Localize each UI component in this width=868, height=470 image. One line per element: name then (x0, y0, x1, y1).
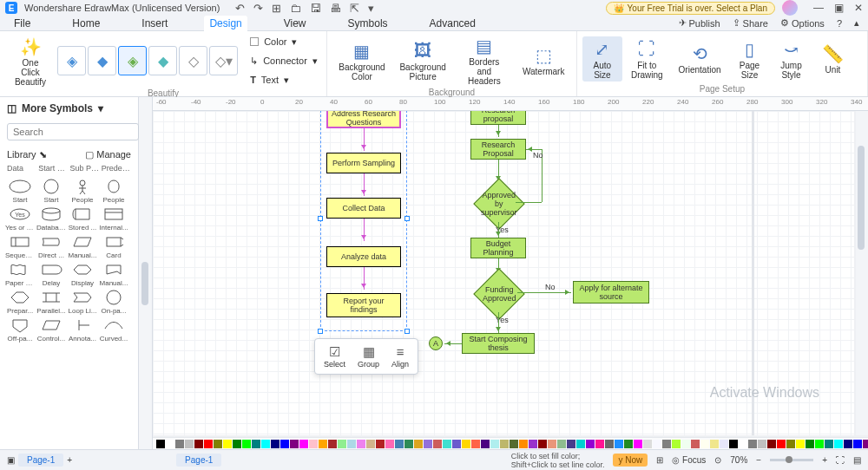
node-alternate-source[interactable]: Apply for alternate source (573, 281, 649, 304)
color-swatch[interactable] (452, 440, 461, 448)
color-swatch[interactable] (624, 440, 633, 448)
node-perform-sampling[interactable]: Perform Sampling (326, 153, 401, 173)
shape-card[interactable]: Card (99, 233, 128, 259)
color-swatch[interactable] (615, 440, 623, 448)
node-budget-planning[interactable]: Budget Planning (470, 238, 526, 258)
color-swatch[interactable] (576, 440, 585, 448)
pages-icon[interactable]: ▣ (7, 455, 15, 465)
manage-button[interactable]: ▢ Manage (85, 149, 131, 160)
color-swatch[interactable] (490, 440, 499, 448)
close-icon[interactable]: ✕ (854, 2, 863, 14)
color-swatch[interactable] (605, 440, 614, 448)
shape-curved-[interactable]: Curved... (99, 317, 128, 343)
color-swatch[interactable] (700, 440, 709, 448)
menu-advanced[interactable]: Advanced (424, 16, 481, 31)
color-swatch[interactable] (395, 440, 404, 448)
color-swatch[interactable] (662, 440, 671, 448)
color-swatch[interactable] (242, 440, 251, 448)
color-swatch[interactable] (806, 440, 814, 448)
group-button[interactable]: ▦Group (352, 343, 385, 370)
shape-people[interactable]: People (99, 178, 128, 204)
node-collect-data[interactable]: Collect Data (326, 198, 401, 219)
shape-on-pa-[interactable]: On-pa... (99, 289, 128, 315)
node-research-proposal-1[interactable]: Research proposal (470, 111, 526, 125)
add-page-button[interactable]: + (67, 455, 72, 465)
shape-internal-[interactable]: Internal... (99, 206, 128, 232)
select-button[interactable]: ☑Select (319, 343, 351, 370)
new-icon[interactable]: ⊞ (272, 2, 281, 15)
color-swatch[interactable] (376, 440, 385, 448)
user-avatar[interactable] (782, 0, 798, 16)
redo-icon[interactable]: ↷ (253, 2, 263, 15)
color-swatch[interactable] (194, 440, 203, 448)
focus-button[interactable]: ◎ Focus (672, 455, 706, 465)
color-swatch[interactable] (271, 440, 279, 448)
color-dropdown[interactable]: Color ▾ (247, 33, 321, 50)
zoom-in-button[interactable]: + (822, 455, 827, 465)
node-start-composing[interactable]: Start Composing thesis (462, 333, 535, 354)
export-icon[interactable]: ⇱ (350, 2, 359, 15)
menu-insert[interactable]: Insert (136, 16, 173, 31)
color-swatch[interactable] (586, 440, 595, 448)
style-preset-4[interactable]: ◆ (148, 46, 177, 75)
color-swatch[interactable] (786, 440, 795, 448)
minimize-icon[interactable]: — (813, 2, 824, 14)
color-swatch[interactable] (414, 440, 423, 448)
unit-button[interactable]: 📏Unit (813, 41, 853, 76)
jump-style-button[interactable]: ⤻Jump Style (772, 36, 812, 82)
drawing-canvas[interactable]: Address Research Questions Perform Sampl… (153, 111, 854, 435)
color-swatch[interactable] (739, 440, 747, 448)
buy-now-button[interactable]: y Now (613, 454, 648, 467)
color-swatch[interactable] (863, 440, 868, 448)
color-swatch[interactable] (166, 440, 174, 448)
color-swatch[interactable] (156, 440, 165, 448)
color-swatch[interactable] (538, 440, 547, 448)
collapse-ribbon-icon[interactable]: ▴ (854, 17, 859, 29)
color-swatch[interactable] (385, 440, 394, 448)
color-swatch[interactable] (175, 440, 184, 448)
color-swatch[interactable] (338, 440, 346, 448)
shape-annota-[interactable]: Annota... (68, 317, 97, 343)
node-report-findings[interactable]: Report your findings (326, 293, 401, 317)
shape-direct-[interactable]: Direct ... (36, 233, 66, 259)
color-swatch[interactable] (309, 440, 318, 448)
style-preset-5[interactable]: ◇ (179, 46, 207, 75)
align-button[interactable]: ≡Align (386, 343, 414, 370)
library-categories[interactable]: DataStart or...Sub Pro...Predefi... (0, 162, 138, 174)
color-swatch[interactable] (214, 440, 222, 448)
color-swatch[interactable] (710, 440, 719, 448)
color-swatch[interactable] (290, 440, 299, 448)
color-swatch[interactable] (748, 440, 757, 448)
save-icon[interactable]: 🖫 (310, 2, 321, 15)
style-preset-1[interactable]: ◈ (57, 46, 86, 75)
color-swatch[interactable] (729, 440, 738, 448)
shape-manual-[interactable]: Manual... (99, 261, 128, 287)
color-swatch[interactable] (357, 440, 365, 448)
shape-paper-t-[interactable]: Paper T... (5, 261, 35, 287)
color-swatch[interactable] (510, 440, 518, 448)
shape-sequen-[interactable]: Sequen... (5, 233, 35, 259)
color-swatch[interactable] (634, 440, 642, 448)
color-swatch[interactable] (672, 440, 681, 448)
color-swatch[interactable] (767, 440, 776, 448)
maximize-icon[interactable]: ▣ (834, 2, 844, 14)
zoom-out-button[interactable]: − (756, 455, 761, 465)
fullscreen-icon[interactable]: ⛶ (836, 455, 845, 465)
shape-off-pa-[interactable]: Off-pa... (5, 317, 35, 343)
auto-size-button[interactable]: ⤢Auto Size (582, 36, 622, 82)
color-swatch[interactable] (720, 440, 728, 448)
background-picture-button[interactable]: 🖼Background Picture (393, 38, 452, 83)
node-research-proposal-2[interactable]: Research Proposal (470, 139, 526, 160)
menu-view[interactable]: View (279, 16, 312, 31)
print-icon[interactable]: 🖶 (330, 2, 341, 15)
shape-delay[interactable]: Delay (36, 261, 66, 287)
watermark-button[interactable]: ⬚Watermark (516, 42, 570, 78)
shape-manual-[interactable]: Manual... (68, 233, 97, 259)
style-preset-2[interactable]: ◆ (88, 46, 116, 75)
shape-start[interactable]: Start (5, 178, 35, 204)
connector-dropdown[interactable]: ↳ Connector ▾ (247, 52, 321, 69)
color-swatch[interactable] (299, 440, 308, 448)
shape-start[interactable]: Start (36, 178, 66, 204)
color-swatch[interactable] (643, 440, 652, 448)
node-funding-approved[interactable]: Funding Approved (473, 268, 524, 319)
